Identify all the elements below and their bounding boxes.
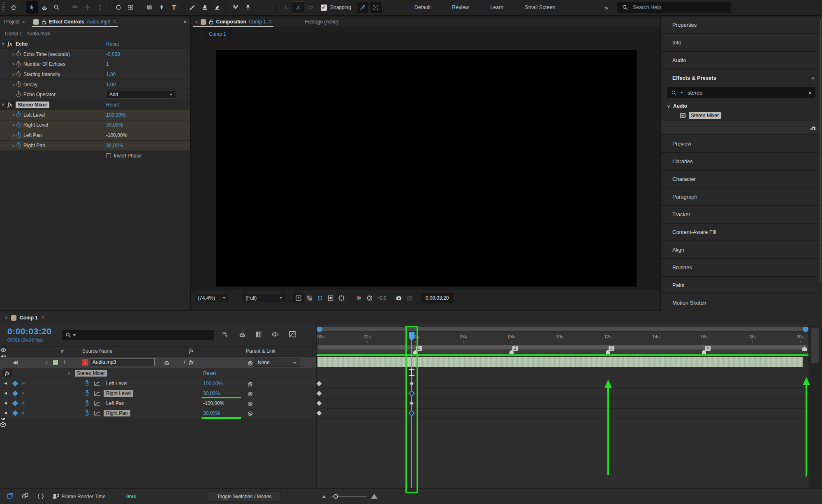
comp-marker[interactable]: 2 [512, 346, 522, 354]
sidebar-scrollbar[interactable] [820, 19, 821, 282]
adjust-time-icon[interactable] [37, 492, 44, 500]
pickwhip-icon[interactable] [247, 410, 253, 416]
tab-composition[interactable]: × Composition Comp 1 ≡ [191, 16, 276, 27]
snapshot-icon[interactable] [394, 294, 404, 303]
workspace-overflow-icon[interactable]: » [605, 4, 607, 11]
chevron-right-icon[interactable]: > [11, 123, 16, 127]
stopwatch-icon[interactable] [16, 82, 21, 87]
pickwhip-icon[interactable] [247, 381, 253, 387]
snap-bounds-icon[interactable] [370, 2, 382, 13]
param-row[interactable]: > Echo Time (seconds) -0,033 [0, 49, 190, 60]
sidebar-panel-header[interactable]: Paragraph [661, 188, 822, 205]
property-value[interactable]: 30,00% [203, 391, 220, 396]
workspace-tab[interactable]: Small Screen [525, 5, 555, 10]
stopwatch-icon[interactable] [16, 123, 21, 127]
eye-icon[interactable] [0, 347, 7, 353]
home-tool[interactable] [7, 1, 20, 14]
comp-marker[interactable]: 4 [704, 346, 715, 354]
work-area-bar[interactable] [317, 345, 808, 349]
next-keyframe-button[interactable]: ▶ [22, 411, 25, 415]
effect-row-stereo-mixer[interactable]: fx ∨ Stereo Mixer Reset [0, 369, 316, 378]
tab-effect-controls[interactable]: Effect Controls Audio.mp3 ≡ [29, 16, 120, 27]
unlock-icon[interactable] [41, 19, 46, 25]
chevron-right-icon[interactable]: > [11, 113, 16, 118]
sidebar-panel-header[interactable]: Audio [661, 52, 822, 69]
composition-viewport[interactable] [216, 50, 637, 287]
zoom-slider-knob[interactable] [333, 494, 338, 499]
chevron-down-icon[interactable]: ∨ [66, 370, 72, 376]
time-ruler[interactable]: 0:00s02s04s06s08s10s12s14s16s18s20s [317, 332, 808, 345]
reset-button[interactable]: Reset [106, 41, 119, 47]
region-of-interest-icon[interactable] [325, 294, 336, 303]
zoom-handle-right[interactable] [803, 327, 808, 332]
effect-result-label[interactable]: Stereo Mixer [689, 112, 721, 119]
graph-editor-icon[interactable] [289, 331, 296, 338]
sidebar-panel-header[interactable]: Content-Aware Fill [661, 224, 822, 240]
property-row[interactable]: ◀ ▶ Right Pan 30,00% [0, 408, 316, 418]
param-row-dropdown[interactable]: . Echo Operator Add [0, 90, 190, 100]
property-row[interactable]: ◀ ▶ Left Level 100,00% [0, 379, 316, 388]
chevron-down-icon[interactable]: ∨ [0, 41, 6, 46]
param-value[interactable]: 1,00 [106, 82, 116, 88]
effects-result-stereo-mixer[interactable]: Stereo Mixer [661, 111, 822, 120]
stopwatch-icon[interactable] [85, 401, 89, 406]
close-icon[interactable]: × [22, 19, 25, 25]
pickwhip-icon[interactable] [247, 400, 253, 407]
stopwatch-icon[interactable] [16, 113, 21, 117]
timeline-track-area[interactable]: 0:00s02s04s06s08s10s12s14s16s18s20s 1 2 … [317, 325, 808, 488]
workspace-tab[interactable]: Default [414, 5, 431, 10]
pickwhip-icon[interactable] [247, 391, 253, 397]
snapping-checkbox[interactable]: ✓ [321, 5, 327, 11]
magnification-dropdown[interactable]: (74,4%) [194, 293, 229, 303]
sidebar-panel-header[interactable]: Align [661, 241, 822, 258]
sidebar-panel-header[interactable]: Paint [661, 277, 822, 294]
property-value[interactable]: 100,00% [203, 381, 222, 386]
comp-marker[interactable]: 3 [608, 346, 618, 354]
param-value[interactable]: 30,00% [106, 122, 123, 128]
panel-menu-icon[interactable]: ≡ [41, 314, 44, 321]
world-axis-mode-icon[interactable] [292, 1, 304, 14]
invert-phase-checkbox[interactable] [106, 153, 111, 158]
timeline-vertical-scrollbar[interactable] [808, 325, 822, 488]
render-queue-icon[interactable] [52, 492, 60, 500]
next-keyframe-button[interactable]: ▶ [22, 401, 25, 405]
puppet-pin-tool[interactable] [242, 1, 254, 14]
chevron-right-icon[interactable]: > [11, 143, 16, 148]
toolbar-grip[interactable] [2, 2, 5, 12]
viewer-timecode[interactable]: 0:00:03:20 [421, 293, 454, 303]
expand-layers-icon[interactable] [7, 492, 14, 500]
audio-on-icon[interactable] [12, 359, 19, 366]
zoom-out-mountain-icon[interactable] [322, 495, 326, 498]
next-keyframe-button[interactable]: ▶ [22, 391, 25, 395]
local-axis-mode-icon[interactable] [280, 1, 292, 14]
panel-divider[interactable] [190, 16, 191, 310]
resolution-dropdown[interactable]: (Full) [242, 293, 286, 303]
effect-header-echo[interactable]: ∨ fx Echo Reset [0, 39, 190, 49]
panel-overflow-icon[interactable]: » [183, 18, 186, 25]
workspace-tab[interactable]: Learn [490, 5, 503, 10]
param-row[interactable]: > Decay 1,00 [0, 80, 190, 90]
property-row[interactable]: ◀ ▶ Right Level 30,00% [0, 388, 316, 398]
chevron-right-icon[interactable]: > [11, 72, 16, 77]
add-keyframe-button[interactable] [12, 410, 18, 416]
effect-name[interactable]: Echo [16, 41, 28, 47]
param-value[interactable]: 100,00% [106, 112, 125, 118]
param-value[interactable]: -0,033 [106, 51, 120, 57]
unlock-icon[interactable] [208, 19, 214, 25]
column-parent-link[interactable]: Parent & Link [246, 348, 276, 354]
fx-switch-icon[interactable]: fx [189, 347, 194, 354]
type-tool[interactable]: T [168, 1, 180, 14]
current-timecode[interactable]: 0:00:03:20 [7, 326, 52, 336]
param-value[interactable]: -100,00% [106, 132, 127, 138]
property-name[interactable]: Left Pan [104, 400, 127, 407]
layer-name[interactable]: Audio.mp3 [90, 358, 155, 366]
search-help-box[interactable]: Search Help [617, 2, 731, 13]
next-keyframe-button[interactable]: ▶ [22, 381, 25, 385]
param-row-checkbox[interactable]: Invert Phase [0, 151, 190, 161]
panel-menu-icon[interactable]: ≡ [269, 18, 272, 25]
panel-menu-icon[interactable]: ≡ [113, 18, 116, 25]
exposure-value[interactable]: +0,0 [377, 295, 387, 301]
param-row[interactable]: > Starting Intensity 1,00 [0, 69, 190, 80]
column-track-divider[interactable] [316, 325, 317, 488]
param-value[interactable]: 30,00% [106, 143, 123, 148]
